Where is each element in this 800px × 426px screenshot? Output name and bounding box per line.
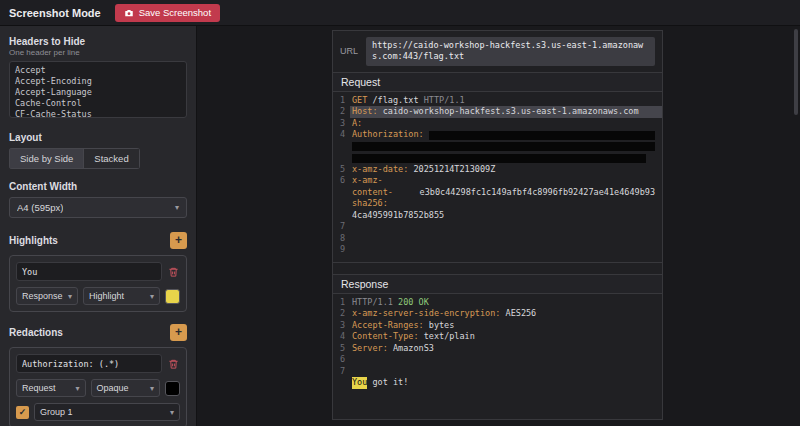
headers-to-hide-hint: One header per line: [9, 48, 187, 57]
code-line: You got it!: [333, 377, 662, 389]
code-segment: 4ca495991b7852b855: [352, 210, 444, 222]
line-content: [350, 354, 662, 366]
line-number: 1: [333, 95, 350, 107]
line-number: 5: [333, 164, 350, 176]
line-content: x-amz-date: 20251214T213009Z: [350, 164, 662, 176]
code-segment: text/plain: [424, 331, 475, 343]
redaction-pattern-input[interactable]: [16, 354, 162, 373]
chevron-down-icon: ▾: [150, 292, 154, 301]
redaction-style-select[interactable]: Opaque ▾: [91, 379, 161, 397]
highlight-scope-select[interactable]: Response ▾: [16, 287, 78, 305]
redaction-group-checkbox[interactable]: ✓: [16, 406, 29, 419]
chevron-down-icon: ▾: [150, 384, 154, 393]
line-number: 3: [333, 320, 350, 332]
line-number: 2: [333, 106, 350, 118]
chevron-down-icon: ▾: [75, 384, 79, 393]
line-content: GET /flag.txt HTTP/1.1: [350, 95, 662, 107]
code-line: 9: [333, 244, 662, 256]
url-label: URL: [340, 46, 358, 56]
line-content: Accept-Ranges: bytes: [350, 320, 662, 332]
preview-panel: URL https://caido-workshop-hackfest.s3.u…: [332, 30, 663, 420]
line-content: [350, 244, 662, 256]
redaction-color-swatch[interactable]: [165, 381, 180, 396]
save-screenshot-button[interactable]: Save Screenshot: [115, 4, 220, 22]
code-segment: Server:: [352, 343, 393, 355]
page-title: Screenshot Mode: [9, 7, 101, 19]
redaction-group-select[interactable]: Group 1 ▾: [34, 403, 180, 421]
code-segment: Accept-Ranges:: [352, 320, 429, 332]
delete-highlight-button[interactable]: [167, 265, 180, 279]
layout-option-stacked[interactable]: Stacked: [84, 148, 139, 169]
line-number: 7: [333, 366, 350, 378]
code-line: 7: [333, 366, 662, 378]
line-number: 3: [333, 118, 350, 130]
line-number: 4: [333, 331, 350, 343]
code-segment: Authorization:: [352, 129, 429, 141]
line-number: 6: [333, 354, 350, 366]
url-row: URL https://caido-workshop-hackfest.s3.u…: [333, 31, 662, 72]
code-segment: /flag.txt: [372, 95, 423, 107]
code-segment: A:: [352, 118, 362, 130]
delete-redaction-button[interactable]: [167, 357, 180, 371]
layout-option-side-by-side[interactable]: Side by Side: [9, 148, 84, 169]
highlight-style-select[interactable]: Highlight ▾: [83, 287, 160, 305]
line-content: [350, 141, 662, 153]
line-content: Server: AmazonS3: [350, 343, 662, 355]
line-content: [350, 221, 662, 233]
sidebar: Headers to Hide One header per line Acce…: [0, 26, 197, 426]
camera-icon: [124, 8, 134, 18]
line-content: [350, 233, 662, 245]
code-segment: 200 OK: [398, 297, 429, 309]
response-section-title: Response: [333, 275, 662, 294]
code-segment: HTTP/1.1: [352, 297, 398, 309]
scrollbar[interactable]: [794, 29, 798, 115]
url-input[interactable]: https://caido-workshop-hackfest.s3.us-ea…: [366, 37, 655, 66]
code-line: 3Accept-Ranges: bytes: [333, 320, 662, 332]
code-segment: AmazonS3: [393, 343, 434, 355]
add-redaction-button[interactable]: +: [170, 324, 187, 341]
headers-to-hide-textarea[interactable]: Accept Accept-Encoding Accept-Language C…: [9, 61, 187, 118]
redaction-style-value: Opaque: [97, 383, 129, 393]
code-line: 4Content-Type: text/plain: [333, 331, 662, 343]
code-segment: 20251214T213009Z: [413, 164, 495, 176]
response-editor[interactable]: 1HTTP/1.1 200 OK2x-amz-server-side-encry…: [333, 294, 662, 395]
line-number: 7: [333, 221, 350, 233]
redaction-scope-select[interactable]: Request ▾: [16, 379, 86, 397]
code-segment: got it!: [367, 377, 408, 389]
line-content: You got it!: [350, 377, 662, 389]
line-number: 5: [333, 343, 350, 355]
code-line: 7: [333, 221, 662, 233]
content-width-label: Content Width: [9, 181, 187, 192]
line-content: [350, 366, 662, 378]
line-number: 1: [333, 297, 350, 309]
line-number: [333, 377, 350, 389]
highlight-style-value: Highlight: [89, 291, 124, 301]
code-line: 1HTTP/1.1 200 OK: [333, 297, 662, 309]
request-section-title: Request: [333, 73, 662, 92]
code-line: [333, 152, 662, 164]
content-width-select[interactable]: A4 (595px) ▾: [9, 197, 187, 218]
highlight-pattern-input[interactable]: [16, 262, 162, 281]
line-content: Host: caido-workshop-hackfest.s3.us-east…: [350, 106, 662, 118]
trash-icon: [168, 266, 179, 281]
layout-segmented-control: Side by Side Stacked: [9, 148, 140, 169]
add-highlight-button[interactable]: +: [170, 232, 187, 249]
highlight-color-swatch[interactable]: [165, 289, 180, 304]
redaction-bar: [429, 131, 655, 140]
request-editor[interactable]: 1GET /flag.txt HTTP/1.12Host: caido-work…: [333, 92, 662, 262]
main-area: URL https://caido-workshop-hackfest.s3.u…: [197, 26, 800, 426]
request-section: Request 1GET /flag.txt HTTP/1.12Host: ca…: [333, 72, 662, 263]
response-section: Response 1HTTP/1.1 200 OK2x-amz-server-s…: [333, 274, 662, 419]
code-line: 4Authorization:: [333, 129, 662, 141]
line-content: Content-Type: text/plain: [350, 331, 662, 343]
code-line: 2x-amz-server-side-encryption: AES256: [333, 308, 662, 320]
code-segment: Host:: [352, 106, 383, 118]
line-number: [333, 141, 350, 153]
chevron-down-icon: ▾: [170, 408, 174, 417]
code-line: [333, 141, 662, 153]
line-number: 9: [333, 244, 350, 256]
redaction-group-value: Group 1: [40, 407, 73, 417]
code-segment: x-amz-content-sha256:: [352, 175, 420, 210]
code-segment: caido-workshop-hackfest.s3.us-east-1.ama…: [383, 106, 639, 118]
headers-to-hide-label: Headers to Hide: [9, 36, 187, 47]
